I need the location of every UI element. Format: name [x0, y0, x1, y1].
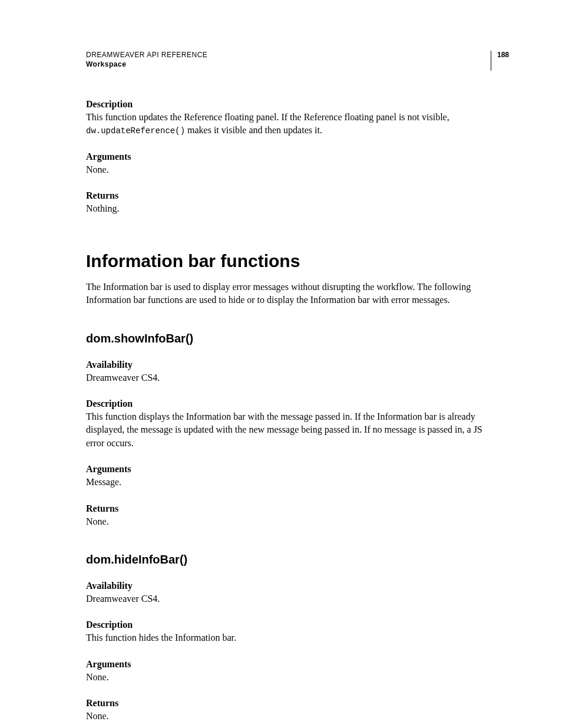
block-hideinfobar: Availability Dreamweaver CS4. Descriptio…: [86, 581, 497, 723]
function-heading-hideinfobar: dom.hideInfoBar(): [86, 553, 497, 566]
page-header: DREAMWEAVER API REFERENCE Workspace 188: [86, 51, 497, 71]
returns-text: None.: [86, 710, 497, 723]
arguments-label: Arguments: [86, 151, 497, 162]
description-label: Description: [86, 398, 497, 409]
availability-text: Dreamweaver CS4.: [86, 592, 497, 605]
description-label: Description: [86, 620, 497, 630]
description-text: This function hides the Information bar.: [86, 631, 497, 644]
doc-section: Workspace: [86, 60, 207, 68]
arguments-text: Message.: [86, 476, 497, 489]
section-heading: Information bar functions: [86, 251, 497, 271]
block-showinfobar: Availability Dreamweaver CS4. Descriptio…: [86, 360, 497, 528]
returns-label: Returns: [86, 190, 497, 201]
page-number: 188: [491, 51, 509, 71]
description-text: This function displays the Information b…: [86, 410, 497, 450]
block-update-reference: Description This function updates the Re…: [86, 99, 497, 216]
returns-label: Returns: [86, 503, 497, 514]
description-text: This function updates the Reference floa…: [86, 111, 497, 137]
desc-before: This function updates the Reference floa…: [86, 112, 449, 122]
inline-code: dw.updateReference(): [86, 126, 185, 136]
section-intro: The Information bar is used to display e…: [86, 281, 497, 307]
availability-text: Dreamweaver CS4.: [86, 371, 497, 384]
arguments-text: None.: [86, 163, 497, 176]
availability-label: Availability: [86, 581, 497, 591]
page-content: DREAMWEAVER API REFERENCE Workspace 188 …: [0, 0, 562, 728]
doc-title: DREAMWEAVER API REFERENCE: [86, 51, 207, 59]
returns-text: None.: [86, 515, 497, 528]
arguments-label: Arguments: [86, 464, 497, 475]
header-left: DREAMWEAVER API REFERENCE Workspace: [86, 51, 207, 68]
arguments-label: Arguments: [86, 659, 497, 670]
returns-text: Nothing.: [86, 202, 497, 215]
availability-label: Availability: [86, 360, 497, 370]
returns-label: Returns: [86, 698, 497, 709]
description-label: Description: [86, 99, 497, 110]
desc-after: makes it visible and then updates it.: [185, 125, 322, 135]
function-heading-showinfobar: dom.showInfoBar(): [86, 332, 497, 345]
arguments-text: None.: [86, 671, 497, 684]
